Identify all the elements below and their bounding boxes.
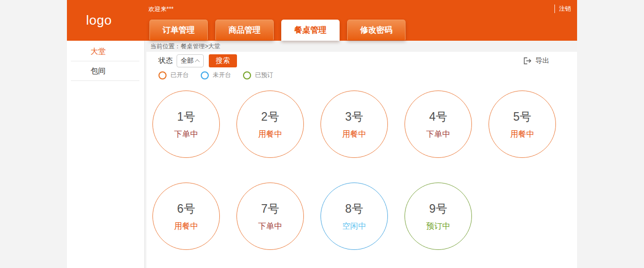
- content: 当前位置：餐桌管理>大堂 状态 全部 搜索 导出: [146, 41, 577, 268]
- legend-label: 未开台: [213, 71, 231, 79]
- header: logo 欢迎来*** 注销 订单管理 商品管理 餐桌管理 修改密码: [67, 0, 577, 41]
- status-select-value: 全部: [181, 56, 194, 65]
- table-name: 6号: [177, 201, 195, 217]
- app-window: logo 欢迎来*** 注销 订单管理 商品管理 餐桌管理 修改密码 大堂 包间…: [67, 0, 577, 268]
- chevron-up-icon: [195, 59, 200, 64]
- table-name: 7号: [261, 201, 279, 217]
- table-4[interactable]: 4号 下单中: [405, 91, 472, 158]
- table-status: 用餐中: [342, 129, 366, 140]
- table-7[interactable]: 7号 下单中: [236, 183, 304, 250]
- status-select[interactable]: 全部: [177, 54, 204, 67]
- status-legend: 已开台 未开台 已预订: [158, 71, 571, 79]
- table-status: 下单中: [174, 129, 198, 140]
- table-name: 2号: [261, 109, 279, 125]
- table-status: 预订中: [426, 221, 450, 232]
- legend-label: 已预订: [255, 71, 273, 79]
- export-icon: [524, 57, 532, 64]
- table-name: 5号: [513, 109, 531, 125]
- table-5[interactable]: 5号 用餐中: [489, 91, 556, 158]
- table-status: 下单中: [258, 221, 282, 232]
- sidebar-item-private-room[interactable]: 包间: [71, 61, 139, 81]
- table-name: 8号: [345, 201, 363, 217]
- breadcrumb: 当前位置：餐桌管理>大堂: [146, 41, 577, 52]
- table-status: 用餐中: [510, 129, 534, 140]
- export-button[interactable]: 导出: [524, 56, 549, 65]
- sidebar: 大堂 包间: [67, 41, 145, 268]
- body: 大堂 包间 当前位置：餐桌管理>大堂 状态 全部 搜索: [67, 41, 577, 268]
- main-nav: 订单管理 商品管理 餐桌管理 修改密码: [149, 20, 406, 41]
- legend-item-not-opened: 未开台: [201, 71, 231, 79]
- table-name: 9号: [429, 201, 447, 217]
- table-status: 用餐中: [174, 221, 198, 232]
- table-name: 4号: [429, 109, 447, 125]
- reserved-circle-icon: [243, 71, 251, 79]
- opened-circle-icon: [158, 71, 167, 79]
- table-6[interactable]: 6号 用餐中: [152, 183, 220, 250]
- logo: logo: [67, 0, 145, 41]
- table-9[interactable]: 9号 预订中: [405, 183, 472, 250]
- filter-row: 状态 全部 搜索 导出: [158, 54, 571, 67]
- logout-link[interactable]: 注销: [554, 5, 571, 13]
- sidebar-item-lobby[interactable]: 大堂: [71, 42, 139, 61]
- tab-change-password[interactable]: 修改密码: [347, 20, 406, 40]
- tab-order-management[interactable]: 订单管理: [149, 20, 208, 40]
- legend-item-opened: 已开台: [158, 71, 189, 79]
- search-button[interactable]: 搜索: [209, 54, 237, 67]
- table-row: 1号 下单中 2号 用餐中 3号 用餐中 4号 下单中: [152, 91, 571, 158]
- status-label: 状态: [158, 56, 173, 65]
- table-name: 1号: [177, 109, 195, 125]
- table-2[interactable]: 2号 用餐中: [236, 91, 304, 158]
- table-3[interactable]: 3号 用餐中: [320, 91, 388, 158]
- table-status: 用餐中: [258, 129, 282, 140]
- legend-label: 已开台: [171, 71, 189, 79]
- welcome-text: 欢迎来***: [148, 5, 174, 14]
- table-1[interactable]: 1号 下单中: [152, 91, 220, 158]
- not-opened-circle-icon: [201, 71, 209, 79]
- table-status: 下单中: [426, 129, 450, 140]
- table-panel: 状态 全部 搜索 导出: [146, 52, 577, 268]
- table-row: 6号 用餐中 7号 下单中 8号 空闲中 9号 预订中: [152, 183, 571, 250]
- table-8[interactable]: 8号 空闲中: [320, 183, 388, 250]
- tab-table-management[interactable]: 餐桌管理: [281, 20, 340, 41]
- table-name: 3号: [345, 109, 363, 125]
- legend-item-reserved: 已预订: [243, 71, 273, 79]
- table-status: 空闲中: [342, 221, 366, 232]
- tab-product-management[interactable]: 商品管理: [215, 20, 274, 40]
- export-label: 导出: [535, 56, 549, 65]
